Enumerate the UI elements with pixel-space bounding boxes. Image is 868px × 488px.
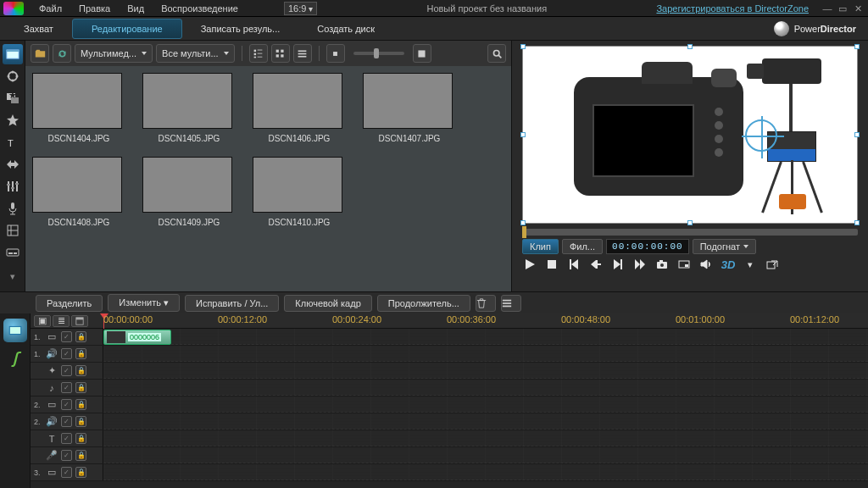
track-lock-toggle[interactable]: 🔒: [75, 433, 86, 444]
aspect-ratio-selector[interactable]: 16:9 ▾: [284, 2, 317, 15]
thumb-larger-button[interactable]: [413, 44, 431, 63]
track-visible-toggle[interactable]: ✓: [61, 416, 72, 427]
preview-mode-clip[interactable]: Клип: [522, 239, 559, 254]
track-lock-toggle[interactable]: 🔒: [75, 382, 86, 393]
thumb-size-slider[interactable]: [353, 52, 404, 55]
media-thumb[interactable]: DSCN1410.JPG: [253, 157, 346, 227]
window-close-icon[interactable]: ✕: [851, 3, 865, 14]
prev-unit-button[interactable]: [588, 258, 604, 271]
preview-mode-film[interactable]: Фил...: [562, 239, 603, 254]
volume-button[interactable]: [698, 258, 714, 271]
track-lane[interactable]: [103, 396, 868, 413]
menu-file[interactable]: Файл: [31, 2, 70, 15]
window-restore-icon[interactable]: ▭: [836, 3, 849, 14]
track-lock-toggle[interactable]: 🔒: [75, 467, 86, 478]
room-subtitle-icon[interactable]: [3, 242, 23, 263]
rail-collapse-icon[interactable]: ▾: [3, 266, 23, 286]
track-lane[interactable]: 0000006: [103, 329, 868, 345]
import-media-button[interactable]: [31, 44, 49, 63]
track-visible-toggle[interactable]: ✓: [61, 450, 72, 461]
media-thumb[interactable]: DSCN1409.JPG: [142, 157, 236, 227]
resize-handle[interactable]: [854, 44, 860, 49]
preview-quality-button[interactable]: [676, 258, 692, 271]
menu-playback[interactable]: Воспроизведение: [153, 2, 247, 15]
refresh-button[interactable]: [53, 44, 71, 63]
stop-button[interactable]: [544, 258, 559, 271]
resize-handle[interactable]: [520, 44, 526, 49]
more-actions-button[interactable]: [501, 295, 521, 312]
timeline-ruler[interactable]: 00:00:00:00 00:00:12:00 00:00:24:00 00:0…: [103, 313, 868, 328]
keyframe-button[interactable]: Ключевой кадр: [284, 295, 371, 312]
room-voiceover-icon[interactable]: [3, 198, 23, 219]
thumb-smaller-button[interactable]: [326, 44, 345, 63]
tab-capture[interactable]: Захват: [5, 19, 72, 38]
track-header[interactable]: 2. ▭ ✓ 🔒: [31, 396, 103, 413]
snapshot-button[interactable]: [654, 258, 670, 271]
track-lane[interactable]: [103, 464, 868, 480]
track-visible-toggle[interactable]: ✓: [61, 365, 72, 376]
tab-create-disc[interactable]: Создать диск: [298, 19, 393, 38]
preview-fit-button[interactable]: Подогнат: [693, 239, 756, 254]
timeline-mode-icon[interactable]: [3, 319, 27, 342]
media-all-filter[interactable]: Все мульти...: [156, 44, 235, 63]
track-header[interactable]: 1. 🔊 ✓ 🔒: [31, 346, 103, 362]
fast-forward-button[interactable]: [632, 258, 648, 271]
menu-edit[interactable]: Правка: [70, 2, 119, 15]
media-thumb[interactable]: DSCN1408.JPG: [32, 157, 125, 227]
track-visible-toggle[interactable]: ✓: [61, 331, 72, 342]
track-lane[interactable]: [103, 430, 868, 446]
three-d-menu-button[interactable]: ▾: [743, 258, 758, 271]
undo-button[interactable]: [247, 7, 264, 10]
room-particle-icon[interactable]: [3, 110, 23, 130]
view-details-button[interactable]: [249, 44, 268, 63]
track-header[interactable]: 2. 🔊 ✓ 🔒: [31, 413, 103, 430]
room-media-icon[interactable]: [3, 44, 23, 64]
track-lock-toggle[interactable]: 🔒: [75, 348, 86, 359]
track-header[interactable]: 🎤 ✓ 🔒: [31, 447, 103, 463]
library-menu-button[interactable]: [293, 44, 312, 63]
fix-enhance-button[interactable]: Исправить / Ул...: [185, 295, 279, 312]
track-header[interactable]: 1. ▭ ✓ 🔒: [31, 329, 103, 345]
track-lock-toggle[interactable]: 🔒: [75, 365, 86, 376]
media-thumb[interactable]: DSCN1404.JPG: [32, 73, 125, 143]
track-visible-toggle[interactable]: ✓: [61, 467, 72, 478]
resize-handle[interactable]: [854, 132, 860, 137]
media-type-filter[interactable]: Мультимед...: [75, 44, 153, 63]
track-lane[interactable]: [103, 346, 868, 362]
resize-handle[interactable]: [854, 220, 860, 225]
track-visible-toggle[interactable]: ✓: [61, 399, 72, 410]
tab-edit[interactable]: Редактирование: [72, 19, 182, 39]
track-header[interactable]: ♪ ✓ 🔒: [31, 380, 103, 396]
view-thumbs-button[interactable]: [271, 44, 290, 63]
search-button[interactable]: [487, 44, 506, 63]
duration-button[interactable]: Продолжитель...: [377, 295, 470, 312]
media-thumb[interactable]: DSCN1405.JPG: [142, 73, 236, 143]
track-visible-toggle[interactable]: ✓: [61, 382, 72, 393]
track-lane[interactable]: [103, 380, 868, 396]
next-frame-button[interactable]: [610, 258, 626, 271]
preview-scrubber[interactable]: [522, 229, 858, 236]
track-visible-toggle[interactable]: ✓: [61, 348, 72, 359]
window-minimize-icon[interactable]: —: [821, 3, 834, 14]
prev-frame-button[interactable]: [566, 258, 581, 271]
track-header[interactable]: ✦ ✓ 🔒: [31, 363, 103, 379]
track-lock-toggle[interactable]: 🔒: [75, 331, 86, 342]
resize-handle[interactable]: [687, 220, 693, 225]
track-lock-toggle[interactable]: 🔒: [75, 416, 86, 427]
modify-button[interactable]: Изменить ▾: [108, 294, 180, 312]
play-button[interactable]: [522, 258, 537, 271]
freeform-center-icon[interactable]: [745, 119, 777, 152]
menu-view[interactable]: Вид: [119, 2, 153, 15]
timeline-clip[interactable]: 0000006: [103, 330, 171, 345]
track-display-button[interactable]: ≣: [53, 315, 70, 327]
room-audiomix-icon[interactable]: [3, 176, 23, 197]
room-fx-icon[interactable]: [3, 66, 23, 86]
room-transition-icon[interactable]: [3, 154, 23, 175]
collapse-tracks-button[interactable]: ▣: [34, 315, 51, 327]
track-header[interactable]: 3. ▭ ✓ 🔒: [31, 464, 103, 480]
redo-button[interactable]: [264, 7, 281, 10]
resize-handle[interactable]: [687, 44, 693, 49]
room-chapter-icon[interactable]: [3, 220, 23, 241]
media-thumb[interactable]: DSCN1407.JPG: [363, 73, 456, 143]
room-pip-icon[interactable]: ★: [3, 88, 23, 108]
